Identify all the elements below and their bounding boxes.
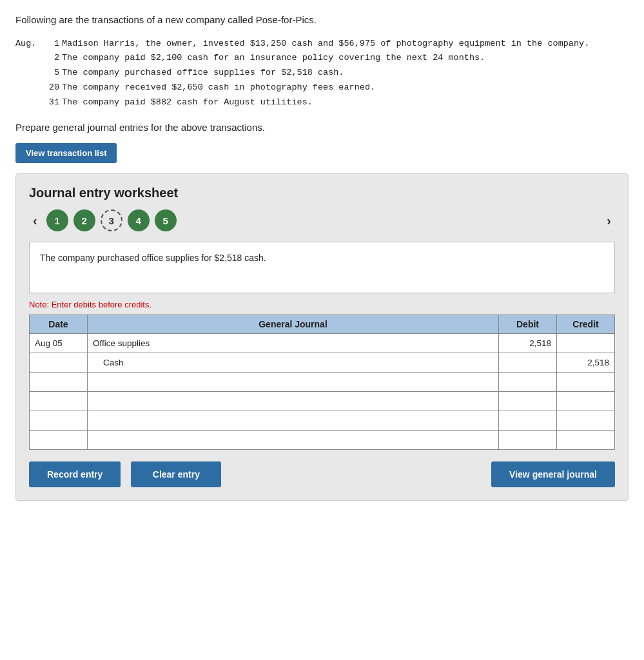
transactions-block: Aug. 1Madison Harris, the owner, investe…: [15, 37, 629, 111]
worksheet-title: Journal entry worksheet: [29, 186, 615, 200]
table-row: [30, 392, 615, 411]
credit-cell[interactable]: [557, 334, 615, 353]
tx-day: 5: [41, 66, 59, 81]
transaction-description: The company purchased office supplies fo…: [29, 242, 615, 293]
account-cell[interactable]: [88, 431, 499, 450]
tab-1[interactable]: 1: [46, 209, 68, 231]
credit-header: Credit: [557, 315, 615, 334]
view-transaction-button[interactable]: View transaction list: [15, 143, 117, 163]
account-cell[interactable]: Office supplies: [88, 334, 499, 353]
nav-row: ‹ 12345 ›: [29, 209, 615, 231]
next-arrow[interactable]: ›: [603, 212, 615, 229]
date-cell[interactable]: [30, 411, 88, 431]
date-cell[interactable]: [30, 392, 88, 411]
account-cell[interactable]: [88, 411, 499, 431]
transaction-item: 2The company paid $2,100 cash for an ins…: [41, 51, 589, 66]
tx-text: The company purchased office supplies fo…: [62, 66, 589, 81]
debit-cell[interactable]: [499, 411, 557, 431]
credit-cell[interactable]: [557, 392, 615, 411]
tx-text: The company received $2,650 cash in phot…: [62, 81, 589, 95]
prepare-text: Prepare general journal entries for the …: [15, 122, 629, 133]
debit-cell[interactable]: [499, 373, 557, 392]
tab-5[interactable]: 5: [155, 209, 177, 231]
date-cell[interactable]: [30, 373, 88, 392]
prev-arrow[interactable]: ‹: [29, 212, 41, 229]
credit-cell[interactable]: [557, 411, 615, 431]
debit-cell[interactable]: [499, 392, 557, 411]
worksheet-container: Journal entry worksheet ‹ 12345 › The co…: [15, 173, 629, 501]
credit-cell[interactable]: [557, 431, 615, 450]
tx-day: 20: [41, 81, 59, 95]
date-header: Date: [30, 315, 88, 334]
credit-cell[interactable]: 2,518: [557, 353, 615, 373]
transaction-list: 1Madison Harris, the owner, invested $13…: [41, 37, 589, 111]
transaction-item: 31The company paid $882 cash for August …: [41, 95, 589, 110]
date-cell[interactable]: [30, 431, 88, 450]
table-row: [30, 373, 615, 392]
view-general-journal-button[interactable]: View general journal: [491, 461, 615, 487]
table-row: [30, 411, 615, 431]
journal-header: General Journal: [88, 315, 499, 334]
bottom-buttons: Record entry Clear entry View general jo…: [29, 461, 615, 487]
clear-entry-button[interactable]: Clear entry: [131, 461, 221, 487]
account-cell[interactable]: [88, 392, 499, 411]
tx-day: 1: [41, 37, 59, 52]
debit-cell[interactable]: [499, 431, 557, 450]
note-text: Note: Enter debits before credits.: [29, 300, 615, 309]
table-row: Aug 05 Office supplies 2,518: [30, 334, 615, 353]
account-cell[interactable]: Cash: [88, 353, 499, 373]
debit-header: Debit: [499, 315, 557, 334]
tx-text: Madison Harris, the owner, invested $13,…: [62, 37, 589, 52]
table-row: [30, 431, 615, 450]
tab-3[interactable]: 3: [101, 209, 122, 231]
debit-cell[interactable]: [499, 353, 557, 373]
transaction-item: 20The company received $2,650 cash in ph…: [41, 81, 589, 95]
tab-4[interactable]: 4: [128, 209, 150, 231]
date-cell[interactable]: Aug 05: [30, 334, 88, 353]
credit-cell[interactable]: [557, 373, 615, 392]
journal-table: Date General Journal Debit Credit Aug 05…: [29, 315, 615, 450]
intro-text: Following are the transactions of a new …: [15, 13, 629, 28]
tx-text: The company paid $882 cash for August ut…: [62, 95, 589, 110]
month-label: Aug.: [15, 37, 41, 111]
account-cell[interactable]: [88, 373, 499, 392]
transaction-item: 5The company purchased office supplies f…: [41, 66, 589, 81]
record-entry-button[interactable]: Record entry: [29, 461, 121, 487]
tx-text: The company paid $2,100 cash for an insu…: [62, 51, 589, 66]
tx-day: 2: [41, 51, 59, 66]
tab-2[interactable]: 2: [73, 209, 95, 231]
transaction-item: 1Madison Harris, the owner, invested $13…: [41, 37, 589, 52]
tx-day: 31: [41, 95, 59, 110]
date-cell[interactable]: [30, 353, 88, 373]
table-row: Cash 2,518: [30, 353, 615, 373]
debit-cell[interactable]: 2,518: [499, 334, 557, 353]
